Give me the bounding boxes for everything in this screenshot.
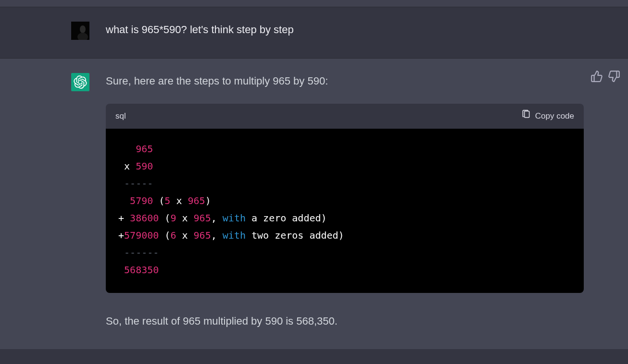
feedback-buttons <box>590 70 620 83</box>
assistant-avatar <box>71 73 89 91</box>
thumbs-up-icon[interactable] <box>590 70 603 83</box>
code-block: sql Copy code 965 x 590 ----- 5790 (5 x … <box>106 104 584 293</box>
thumbs-down-icon[interactable] <box>608 70 620 83</box>
svg-rect-3 <box>524 111 529 117</box>
user-message-text: what is 965*590? let's think step by ste… <box>106 22 585 38</box>
code-language-label: sql <box>115 110 126 122</box>
code-content: 965 x 590 ----- 5790 (5 x 965) + 38600 (… <box>106 129 584 293</box>
copy-code-label: Copy code <box>535 110 574 122</box>
top-divider <box>0 0 628 7</box>
code-block-header: sql Copy code <box>106 104 584 129</box>
copy-code-button[interactable]: Copy code <box>521 109 574 123</box>
assistant-followup-text: So, the result of 965 multiplied by 590 … <box>106 313 585 329</box>
clipboard-icon <box>521 109 531 123</box>
assistant-intro-text: Sure, here are the steps to multiply 965… <box>106 73 585 89</box>
user-message-row: what is 965*590? let's think step by ste… <box>0 7 628 59</box>
assistant-message-row: Sure, here are the steps to multiply 965… <box>0 59 628 349</box>
svg-point-1 <box>80 25 86 33</box>
user-avatar <box>71 22 89 40</box>
